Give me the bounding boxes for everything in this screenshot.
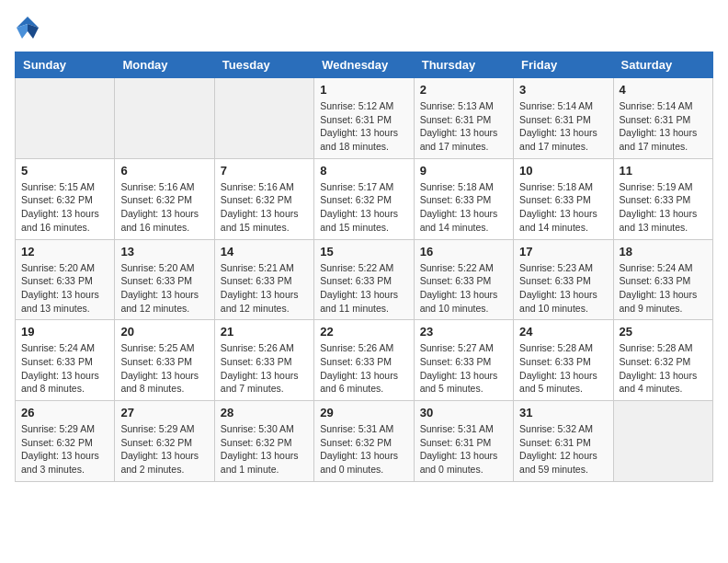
day-number: 26	[21, 406, 108, 419]
day-number: 20	[120, 325, 208, 339]
calendar-cell: 29Sunrise: 5:31 AM Sunset: 6:32 PM Dayli…	[314, 401, 414, 482]
day-info: Sunrise: 5:13 AM Sunset: 6:31 PM Dayligh…	[420, 99, 507, 154]
calendar-cell: 7Sunrise: 5:16 AM Sunset: 6:32 PM Daylig…	[214, 158, 313, 239]
day-number: 28	[221, 406, 308, 419]
day-info: Sunrise: 5:20 AM Sunset: 6:33 PM Dayligh…	[21, 261, 108, 316]
calendar-cell: 24Sunrise: 5:28 AM Sunset: 6:33 PM Dayli…	[514, 320, 613, 401]
day-info: Sunrise: 5:18 AM Sunset: 6:33 PM Dayligh…	[420, 180, 507, 235]
calendar-cell: 2Sunrise: 5:13 AM Sunset: 6:31 PM Daylig…	[414, 78, 513, 159]
day-number: 21	[221, 325, 308, 339]
calendar-cell	[214, 78, 313, 159]
day-info: Sunrise: 5:12 AM Sunset: 6:31 PM Dayligh…	[320, 99, 407, 154]
day-info: Sunrise: 5:29 AM Sunset: 6:32 PM Dayligh…	[21, 422, 108, 477]
calendar-cell: 13Sunrise: 5:20 AM Sunset: 6:33 PM Dayli…	[115, 239, 214, 320]
weekday-header-friday: Friday	[514, 52, 613, 78]
day-number: 19	[21, 325, 108, 339]
day-info: Sunrise: 5:30 AM Sunset: 6:32 PM Dayligh…	[221, 422, 308, 477]
weekday-header-tuesday: Tuesday	[214, 52, 313, 78]
day-info: Sunrise: 5:27 AM Sunset: 6:33 PM Dayligh…	[420, 341, 507, 396]
calendar-cell	[115, 78, 214, 159]
day-number: 7	[221, 164, 308, 178]
day-info: Sunrise: 5:22 AM Sunset: 6:33 PM Dayligh…	[420, 261, 507, 316]
weekday-header-wednesday: Wednesday	[314, 52, 414, 78]
weekday-header-sunday: Sunday	[16, 52, 115, 78]
day-number: 1	[320, 83, 407, 97]
calendar-cell: 1Sunrise: 5:12 AM Sunset: 6:31 PM Daylig…	[314, 78, 414, 159]
day-number: 14	[221, 245, 308, 259]
day-number: 24	[519, 325, 607, 339]
day-info: Sunrise: 5:17 AM Sunset: 6:32 PM Dayligh…	[320, 180, 407, 235]
day-number: 13	[120, 245, 208, 259]
day-info: Sunrise: 5:21 AM Sunset: 6:33 PM Dayligh…	[221, 261, 308, 316]
day-info: Sunrise: 5:25 AM Sunset: 6:33 PM Dayligh…	[120, 341, 208, 396]
day-info: Sunrise: 5:16 AM Sunset: 6:32 PM Dayligh…	[120, 180, 208, 235]
day-number: 18	[620, 245, 707, 259]
day-number: 16	[420, 245, 507, 259]
calendar-cell: 8Sunrise: 5:17 AM Sunset: 6:32 PM Daylig…	[314, 158, 414, 239]
calendar-cell: 12Sunrise: 5:20 AM Sunset: 6:33 PM Dayli…	[16, 239, 115, 320]
weekday-header-saturday: Saturday	[613, 52, 712, 78]
calendar-cell: 16Sunrise: 5:22 AM Sunset: 6:33 PM Dayli…	[414, 239, 513, 320]
calendar-cell: 17Sunrise: 5:23 AM Sunset: 6:33 PM Dayli…	[514, 239, 613, 320]
day-number: 31	[519, 406, 607, 419]
calendar-cell: 3Sunrise: 5:14 AM Sunset: 6:31 PM Daylig…	[514, 78, 613, 159]
calendar-cell: 9Sunrise: 5:18 AM Sunset: 6:33 PM Daylig…	[414, 158, 513, 239]
day-number: 30	[420, 406, 507, 419]
calendar-cell: 11Sunrise: 5:19 AM Sunset: 6:33 PM Dayli…	[613, 158, 712, 239]
logo	[15, 15, 44, 40]
day-info: Sunrise: 5:23 AM Sunset: 6:33 PM Dayligh…	[519, 261, 607, 316]
calendar-cell: 20Sunrise: 5:25 AM Sunset: 6:33 PM Dayli…	[115, 320, 214, 401]
day-info: Sunrise: 5:22 AM Sunset: 6:33 PM Dayligh…	[320, 261, 407, 316]
calendar-week-row: 1Sunrise: 5:12 AM Sunset: 6:31 PM Daylig…	[16, 78, 713, 159]
calendar-cell: 27Sunrise: 5:29 AM Sunset: 6:32 PM Dayli…	[115, 401, 214, 482]
day-info: Sunrise: 5:31 AM Sunset: 6:31 PM Dayligh…	[420, 422, 507, 477]
day-info: Sunrise: 5:31 AM Sunset: 6:32 PM Dayligh…	[320, 422, 407, 477]
day-number: 10	[519, 164, 607, 178]
calendar-cell	[16, 78, 115, 159]
day-info: Sunrise: 5:32 AM Sunset: 6:31 PM Dayligh…	[519, 422, 607, 477]
calendar-cell	[613, 401, 712, 482]
day-number: 11	[620, 164, 707, 178]
calendar-cell: 31Sunrise: 5:32 AM Sunset: 6:31 PM Dayli…	[514, 401, 613, 482]
day-number: 27	[120, 406, 208, 419]
logo-icon	[15, 15, 40, 40]
day-number: 22	[320, 325, 407, 339]
day-info: Sunrise: 5:26 AM Sunset: 6:33 PM Dayligh…	[320, 341, 407, 396]
calendar-cell: 22Sunrise: 5:26 AM Sunset: 6:33 PM Dayli…	[314, 320, 414, 401]
calendar-cell: 30Sunrise: 5:31 AM Sunset: 6:31 PM Dayli…	[414, 401, 513, 482]
day-info: Sunrise: 5:20 AM Sunset: 6:33 PM Dayligh…	[120, 261, 208, 316]
calendar-week-row: 5Sunrise: 5:15 AM Sunset: 6:32 PM Daylig…	[16, 158, 713, 239]
day-number: 12	[21, 245, 108, 259]
day-info: Sunrise: 5:29 AM Sunset: 6:32 PM Dayligh…	[120, 422, 208, 477]
calendar-cell: 5Sunrise: 5:15 AM Sunset: 6:32 PM Daylig…	[16, 158, 115, 239]
day-info: Sunrise: 5:18 AM Sunset: 6:33 PM Dayligh…	[519, 180, 607, 235]
day-number: 9	[420, 164, 507, 178]
calendar-cell: 15Sunrise: 5:22 AM Sunset: 6:33 PM Dayli…	[314, 239, 414, 320]
day-number: 23	[420, 325, 507, 339]
day-info: Sunrise: 5:24 AM Sunset: 6:33 PM Dayligh…	[21, 341, 108, 396]
day-number: 25	[620, 325, 707, 339]
day-number: 2	[420, 83, 507, 97]
calendar-cell: 19Sunrise: 5:24 AM Sunset: 6:33 PM Dayli…	[16, 320, 115, 401]
day-number: 15	[320, 245, 407, 259]
day-number: 3	[519, 83, 607, 97]
day-number: 6	[120, 164, 208, 178]
weekday-header-thursday: Thursday	[414, 52, 513, 78]
day-info: Sunrise: 5:28 AM Sunset: 6:33 PM Dayligh…	[519, 341, 607, 396]
day-info: Sunrise: 5:24 AM Sunset: 6:33 PM Dayligh…	[620, 261, 707, 316]
calendar-table: SundayMondayTuesdayWednesdayThursdayFrid…	[15, 52, 713, 482]
day-info: Sunrise: 5:28 AM Sunset: 6:32 PM Dayligh…	[620, 341, 707, 396]
calendar-cell: 26Sunrise: 5:29 AM Sunset: 6:32 PM Dayli…	[16, 401, 115, 482]
day-info: Sunrise: 5:16 AM Sunset: 6:32 PM Dayligh…	[221, 180, 308, 235]
day-number: 17	[519, 245, 607, 259]
calendar-week-row: 12Sunrise: 5:20 AM Sunset: 6:33 PM Dayli…	[16, 239, 713, 320]
calendar-cell: 28Sunrise: 5:30 AM Sunset: 6:32 PM Dayli…	[214, 401, 313, 482]
calendar-week-row: 19Sunrise: 5:24 AM Sunset: 6:33 PM Dayli…	[16, 320, 713, 401]
calendar-cell: 6Sunrise: 5:16 AM Sunset: 6:32 PM Daylig…	[115, 158, 214, 239]
calendar-week-row: 26Sunrise: 5:29 AM Sunset: 6:32 PM Dayli…	[16, 401, 713, 482]
day-info: Sunrise: 5:14 AM Sunset: 6:31 PM Dayligh…	[620, 99, 707, 154]
calendar-cell: 25Sunrise: 5:28 AM Sunset: 6:32 PM Dayli…	[613, 320, 712, 401]
page-header	[15, 15, 713, 40]
day-info: Sunrise: 5:19 AM Sunset: 6:33 PM Dayligh…	[620, 180, 707, 235]
day-number: 8	[320, 164, 407, 178]
